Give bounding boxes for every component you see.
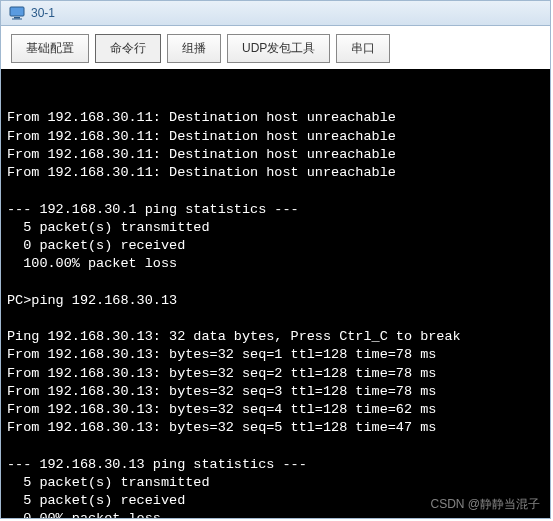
terminal-line: 100.00% packet loss	[7, 255, 544, 273]
svg-rect-0	[10, 7, 24, 16]
svg-rect-1	[14, 17, 20, 19]
terminal-line: From 192.168.30.13: bytes=32 seq=1 ttl=1…	[7, 346, 544, 364]
terminal-line: From 192.168.30.13: bytes=32 seq=4 ttl=1…	[7, 401, 544, 419]
tab-multicast[interactable]: 组播	[167, 34, 221, 63]
terminal-line: 5 packet(s) received	[7, 492, 544, 510]
terminal-line: 0 packet(s) received	[7, 237, 544, 255]
terminal-line: 0.00% packet loss	[7, 510, 544, 518]
tab-udp-tool[interactable]: UDP发包工具	[227, 34, 330, 63]
titlebar: 30-1	[1, 1, 550, 26]
terminal-line	[7, 310, 544, 328]
terminal-line	[7, 273, 544, 291]
terminal-line: From 192.168.30.13: bytes=32 seq=3 ttl=1…	[7, 383, 544, 401]
svg-rect-2	[12, 19, 22, 20]
terminal-line: From 192.168.30.11: Destination host unr…	[7, 164, 544, 182]
terminal-line: --- 192.168.30.13 ping statistics ---	[7, 456, 544, 474]
terminal[interactable]: From 192.168.30.11: Destination host unr…	[1, 69, 550, 518]
terminal-line: 5 packet(s) transmitted	[7, 219, 544, 237]
tab-bar: 基础配置 命令行 组播 UDP发包工具 串口	[1, 26, 550, 69]
terminal-line	[7, 437, 544, 455]
app-window: 30-1 基础配置 命令行 组播 UDP发包工具 串口 From 192.168…	[0, 0, 551, 519]
terminal-line: From 192.168.30.11: Destination host unr…	[7, 109, 544, 127]
tab-basic-config[interactable]: 基础配置	[11, 34, 89, 63]
tab-serial[interactable]: 串口	[336, 34, 390, 63]
terminal-line: From 192.168.30.13: bytes=32 seq=2 ttl=1…	[7, 365, 544, 383]
terminal-line: From 192.168.30.13: bytes=32 seq=5 ttl=1…	[7, 419, 544, 437]
terminal-line: From 192.168.30.11: Destination host unr…	[7, 128, 544, 146]
terminal-line: 5 packet(s) transmitted	[7, 474, 544, 492]
terminal-line: From 192.168.30.11: Destination host unr…	[7, 146, 544, 164]
terminal-line	[7, 182, 544, 200]
window-title: 30-1	[31, 6, 55, 20]
tab-command-line[interactable]: 命令行	[95, 34, 161, 63]
terminal-output: From 192.168.30.11: Destination host unr…	[7, 109, 544, 518]
terminal-line: PC>ping 192.168.30.13	[7, 292, 544, 310]
terminal-line: --- 192.168.30.1 ping statistics ---	[7, 201, 544, 219]
terminal-line: Ping 192.168.30.13: 32 data bytes, Press…	[7, 328, 544, 346]
monitor-icon	[9, 5, 25, 21]
